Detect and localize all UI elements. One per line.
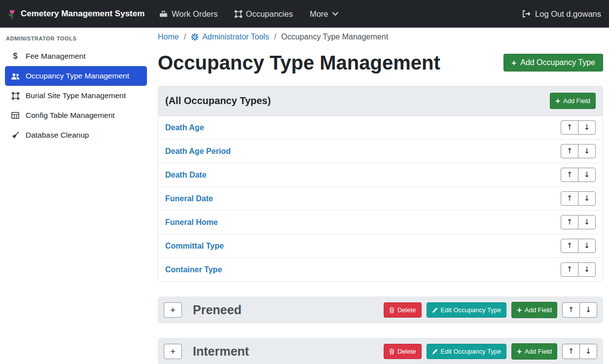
broom-icon	[10, 132, 21, 139]
all-types-card: (All Occupancy Types) + Add Field Death …	[158, 86, 603, 282]
breadcrumb: Home / Administrator Tools	[158, 33, 603, 41]
reorder-buttons: ↑ ↓	[561, 120, 596, 135]
move-up-button[interactable]: ↑	[561, 239, 578, 253]
frame-icon	[235, 10, 242, 18]
move-up-button[interactable]: ↑	[562, 344, 580, 359]
expand-button[interactable]: +	[164, 302, 182, 318]
add-occupancy-type-button[interactable]: + Add Occupancy Type	[503, 54, 603, 72]
reorder-buttons: ↑ ↓	[561, 215, 596, 229]
field-row: Death Age ↑ ↓	[158, 116, 603, 139]
breadcrumb-separator: /	[184, 33, 186, 41]
field-link[interactable]: Death Age Period	[165, 147, 231, 156]
move-up-button[interactable]: ↑	[561, 191, 578, 206]
move-up-button[interactable]: ↑	[561, 144, 578, 158]
nav-item-label: More	[310, 9, 328, 19]
sidebar-item-config-table-management[interactable]: Config Table Management	[5, 106, 147, 125]
sidebar-item-burial-site-type-management[interactable]: Burial Site Type Management	[5, 86, 147, 106]
delete-button[interactable]: Delete	[384, 344, 422, 359]
occupancy-type-sections: + Preneed Delete Edit Occupancy Type	[158, 296, 603, 364]
nav-item-label: Occupancies	[246, 9, 293, 19]
move-down-button[interactable]: ↓	[578, 168, 596, 182]
reorder-buttons: ↑ ↓	[561, 144, 596, 158]
delete-button[interactable]: Delete	[384, 302, 422, 318]
move-down-button[interactable]: ↓	[578, 215, 596, 229]
up-arrow-icon: ↑	[567, 147, 573, 155]
move-up-button[interactable]: ↑	[561, 120, 578, 135]
add-field-label: Add Field	[563, 97, 590, 105]
up-arrow-icon: ↑	[567, 195, 573, 202]
expand-button[interactable]: +	[164, 344, 182, 359]
up-arrow-icon: ↑	[567, 242, 573, 250]
add-field-button[interactable]: + Add Field	[511, 302, 557, 318]
up-arrow-icon: ↑	[567, 218, 573, 226]
up-arrow-icon: ↑	[567, 124, 573, 131]
move-down-button[interactable]: ↓	[578, 191, 596, 206]
delete-label: Delete	[397, 348, 416, 355]
field-row: Funeral Home ↑ ↓	[158, 210, 603, 234]
up-arrow-icon: ↑	[567, 266, 573, 273]
nav-item-occupancies[interactable]: Occupancies	[235, 9, 293, 19]
edit-occupancy-type-button[interactable]: Edit Occupancy Type	[427, 344, 507, 359]
toolbox-icon	[159, 10, 168, 18]
all-types-card-header: (All Occupancy Types) + Add Field	[158, 86, 603, 116]
down-arrow-icon: ↓	[585, 306, 592, 314]
move-up-button[interactable]: ↑	[561, 215, 578, 229]
sidebar-heading: Administrator Tools	[0, 32, 148, 46]
plus-icon: +	[511, 59, 516, 67]
navbar-menu: Work Orders Occupancies More	[159, 9, 338, 19]
down-arrow-icon: ↓	[584, 147, 590, 155]
add-field-button[interactable]: + Add Field	[550, 93, 596, 109]
move-down-button[interactable]: ↓	[579, 344, 597, 359]
move-up-button[interactable]: ↑	[562, 302, 580, 318]
breadcrumb-admin-tools-label: Administrator Tools	[202, 33, 269, 41]
field-link[interactable]: Death Age	[165, 123, 204, 132]
add-field-button[interactable]: + Add Field	[511, 343, 557, 360]
sidebar-item-occupancy-type-management[interactable]: Occupancy Type Management	[5, 66, 147, 86]
move-up-button[interactable]: ↑	[561, 262, 578, 277]
breadcrumb-separator: /	[274, 33, 276, 41]
nav-item-label: Work Orders	[172, 9, 217, 19]
sidebar-item-label: Burial Site Type Management	[26, 91, 126, 100]
field-link[interactable]: Funeral Date	[165, 194, 213, 203]
down-arrow-icon: ↓	[584, 124, 590, 131]
all-types-card-title: (All Occupancy Types)	[165, 95, 271, 107]
up-arrow-icon: ↑	[567, 171, 573, 179]
pencil-icon	[432, 349, 438, 355]
field-link[interactable]: Container Type	[165, 265, 222, 274]
logout-button[interactable]: Log Out d.gowans	[522, 9, 601, 19]
top-navbar: Cemetery Management System Work Orders	[0, 0, 609, 28]
move-down-button[interactable]: ↓	[579, 302, 597, 318]
edit-occupancy-type-button[interactable]: Edit Occupancy Type	[427, 302, 507, 318]
field-link[interactable]: Funeral Home	[165, 218, 218, 227]
breadcrumb-home-link[interactable]: Home	[158, 33, 179, 41]
move-up-button[interactable]: ↑	[561, 168, 578, 182]
section-actions: Delete Edit Occupancy Type + Add Field ↑	[384, 302, 597, 318]
reorder-buttons: ↑ ↓	[561, 262, 596, 277]
nav-item-more[interactable]: More	[310, 9, 338, 19]
field-row: Death Age Period ↑ ↓	[158, 139, 603, 163]
field-row: Death Date ↑ ↓	[158, 163, 603, 186]
app-brand-label: Cemetery Management System	[21, 9, 144, 19]
chevron-down-icon	[332, 12, 338, 16]
sidebar-item-fee-management[interactable]: $ Fee Management	[5, 46, 147, 66]
move-down-button[interactable]: ↓	[578, 120, 596, 135]
sidebar-item-label: Config Table Management	[26, 111, 115, 120]
move-down-button[interactable]: ↓	[578, 239, 596, 253]
sidebar-item-database-cleanup[interactable]: Database Cleanup	[5, 125, 147, 145]
move-down-button[interactable]: ↓	[578, 144, 596, 158]
move-down-button[interactable]: ↓	[578, 262, 596, 277]
occupancy-type-section: + Preneed Delete Edit Occupancy Type	[158, 296, 603, 324]
reorder-buttons: ↑ ↓	[561, 168, 596, 182]
field-link[interactable]: Death Date	[165, 171, 207, 180]
sidebar-item-label: Database Cleanup	[26, 131, 89, 140]
nav-item-work-orders[interactable]: Work Orders	[159, 9, 217, 19]
plus-icon: +	[517, 306, 522, 314]
plus-icon: +	[170, 347, 176, 356]
users-icon	[10, 73, 21, 80]
breadcrumb-admin-tools-link[interactable]: Administrator Tools	[191, 33, 269, 41]
add-occupancy-type-label: Add Occupancy Type	[520, 58, 595, 67]
field-link[interactable]: Committal Type	[165, 242, 224, 251]
sidebar-item-label: Occupancy Type Management	[26, 72, 129, 80]
table-icon	[10, 112, 21, 119]
app-brand[interactable]: Cemetery Management System	[8, 9, 144, 19]
